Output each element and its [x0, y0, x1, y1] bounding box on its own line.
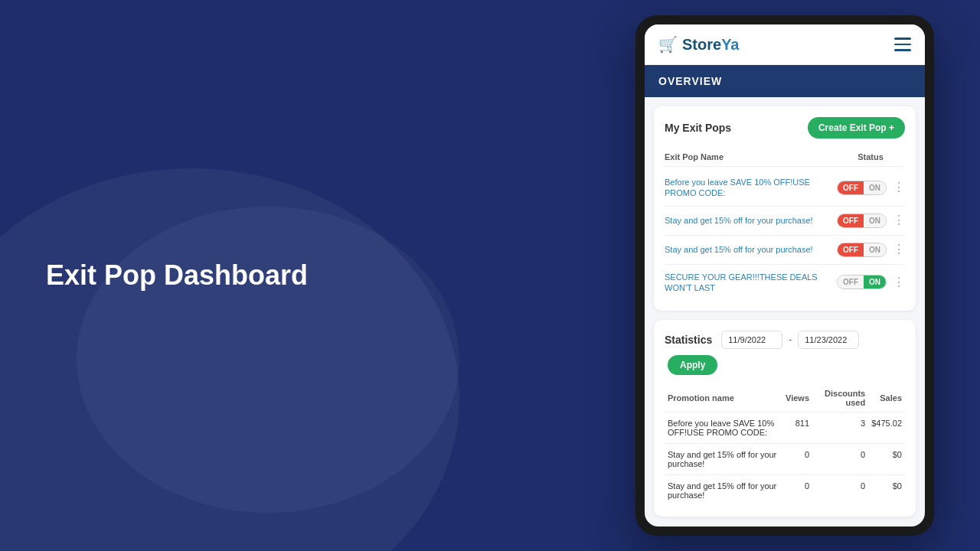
col-name-header: Exit Pop Name — [665, 152, 836, 161]
logo-area: 🛒 StoreYa — [658, 35, 739, 54]
stats-views-3: 0 — [782, 475, 812, 507]
apply-button[interactable]: Apply — [668, 355, 717, 375]
toggle-on-1[interactable]: ON — [864, 181, 886, 194]
stats-views-1: 811 — [782, 412, 812, 444]
logo-text: StoreYa — [682, 36, 739, 54]
overview-bar: OVERVIEW — [645, 65, 925, 97]
toggle-control-1: OFF ON ⋮ — [837, 181, 905, 195]
exit-pop-row: SECURE YOUR GEAR!!!THESE DEALS WON'T LAS… — [665, 265, 905, 301]
toggle-off-1[interactable]: OFF — [838, 181, 864, 194]
exit-pops-card: My Exit Pops Create Exit Pop + Exit Pop … — [654, 106, 916, 311]
stats-views-2: 0 — [782, 444, 812, 475]
date-from-input[interactable] — [721, 331, 782, 349]
hamburger-line-1 — [894, 37, 911, 40]
page-main-title: Exit Pop Dashboard — [46, 259, 308, 292]
col-status-header: Status — [836, 152, 905, 161]
toggle-track-1[interactable]: OFF ON — [837, 181, 887, 195]
toggle-on-4[interactable]: ON — [864, 276, 886, 289]
more-options-icon-3[interactable]: ⋮ — [890, 243, 905, 256]
toggle-track-2[interactable]: OFF ON — [837, 214, 887, 228]
col-discounts-header: Discounts used — [812, 384, 868, 412]
stats-row: Before you leave SAVE 10% OFF!USE PROMO … — [665, 412, 905, 444]
stats-promo-name-3: Stay and get 15% off for your purchase! — [665, 475, 782, 507]
stats-sales-1: $475.02 — [868, 412, 905, 444]
exit-pops-header: My Exit Pops Create Exit Pop + — [665, 117, 905, 139]
stats-sales-3: $0 — [868, 475, 905, 507]
hamburger-line-3 — [894, 49, 911, 51]
exit-pop-name-2: Stay and get 15% off for your purchase! — [665, 215, 837, 226]
wave-2 — [77, 207, 459, 513]
more-options-icon-1[interactable]: ⋮ — [890, 181, 905, 194]
overview-label: OVERVIEW — [658, 75, 722, 87]
stats-discounts-1: 3 — [812, 412, 868, 444]
toggle-track-3[interactable]: OFF ON — [837, 243, 887, 257]
hamburger-menu-button[interactable] — [894, 37, 911, 51]
statistics-card: Statistics - Apply Promotion name Views … — [654, 320, 916, 517]
toggle-track-4[interactable]: OFF ON — [837, 275, 887, 289]
logo-ya: Ya — [721, 36, 739, 53]
toggle-on-3[interactable]: ON — [864, 243, 886, 256]
col-sales-header: Sales — [868, 384, 905, 412]
stats-row: Stay and get 15% off for your purchase! … — [665, 444, 905, 475]
cart-icon: 🛒 — [658, 35, 678, 54]
exit-pop-name-4: SECURE YOUR GEAR!!!THESE DEALS WON'T LAS… — [665, 272, 837, 294]
toggle-off-4[interactable]: OFF — [838, 276, 864, 289]
create-exit-pop-button[interactable]: Create Exit Pop + — [808, 117, 905, 139]
statistics-table: Promotion name Views Discounts used Sale… — [665, 384, 905, 506]
date-to-input[interactable] — [798, 331, 859, 349]
toggle-off-3[interactable]: OFF — [838, 243, 864, 256]
exit-pop-name-1: Before you leave SAVE 10% OFF!USE PROMO … — [665, 177, 837, 199]
stats-row: Stay and get 15% off for your purchase! … — [665, 475, 905, 507]
more-options-icon-4[interactable]: ⋮ — [890, 276, 905, 289]
phone-screen: 🛒 StoreYa OVERVIEW My Exit Pops Create E… — [645, 24, 925, 527]
exit-pop-row: Stay and get 15% off for your purchase! … — [665, 236, 905, 265]
toggle-off-2[interactable]: OFF — [838, 214, 864, 227]
more-options-icon-2[interactable]: ⋮ — [890, 214, 905, 227]
exit-pop-row: Stay and get 15% off for your purchase! … — [665, 207, 905, 236]
toggle-on-2[interactable]: ON — [864, 214, 886, 227]
stats-promo-name-2: Stay and get 15% off for your purchase! — [665, 444, 782, 475]
exit-pops-table-header: Exit Pop Name Status — [665, 148, 905, 167]
date-separator: - — [789, 334, 792, 345]
exit-pop-row: Before you leave SAVE 10% OFF!USE PROMO … — [665, 170, 905, 207]
phone-frame: 🛒 StoreYa OVERVIEW My Exit Pops Create E… — [635, 15, 934, 536]
exit-pop-name-3: Stay and get 15% off for your purchase! — [665, 244, 837, 255]
statistics-header: Statistics - Apply — [665, 331, 905, 375]
col-promotion-header: Promotion name — [665, 384, 782, 412]
screen-content: My Exit Pops Create Exit Pop + Exit Pop … — [645, 97, 925, 527]
toggle-control-3: OFF ON ⋮ — [837, 243, 905, 257]
exit-pops-title: My Exit Pops — [665, 122, 731, 134]
stats-discounts-2: 0 — [812, 444, 868, 475]
hamburger-line-2 — [894, 44, 911, 46]
col-views-header: Views — [782, 384, 812, 412]
app-header: 🛒 StoreYa — [645, 24, 925, 65]
stats-discounts-3: 0 — [812, 475, 868, 507]
toggle-control-4: OFF ON ⋮ — [837, 275, 905, 289]
logo-store: Store — [682, 36, 721, 53]
statistics-title: Statistics — [665, 334, 712, 346]
toggle-control-2: OFF ON ⋮ — [837, 214, 905, 228]
stats-sales-2: $0 — [868, 444, 905, 475]
stats-promo-name-1: Before you leave SAVE 10% OFF!USE PROMO … — [665, 412, 782, 444]
